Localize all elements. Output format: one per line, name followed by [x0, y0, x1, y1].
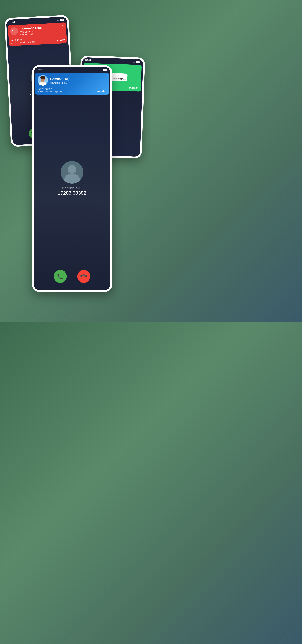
personal-number: 17283 38382: [38, 88, 62, 90]
personal-card: ✕: [35, 73, 109, 94]
shield-symbol: 🛡: [12, 29, 16, 34]
personal-location: New Delhi, India: [50, 82, 69, 84]
spam-card: 🛡 Insurance Scam 3568 Spam reports Mumba…: [8, 22, 67, 46]
spam-card-content: Insurance Scam 3568 Spam reports Mumbai,…: [19, 26, 44, 36]
answer-icon-phone3: 📞: [57, 274, 63, 280]
avatar-photo: [38, 75, 48, 86]
wifi-icon-p3: ▲: [100, 69, 102, 71]
wifi-icon: ▲: [57, 19, 59, 21]
person-head-phone3: [68, 165, 76, 174]
signal-icon: ▐▐▐: [59, 19, 62, 20]
time-phone1: 12:30: [9, 21, 15, 24]
phone-personal: 12:30 ▲ ▐▐▐ ▮ ✕: [32, 65, 112, 292]
time-phone3: 12:30: [36, 68, 42, 71]
truecaller-logo-spam: truecaller: [55, 38, 65, 42]
decline-icon-phone3: 📞: [79, 272, 88, 281]
phone-number-phone3: 17283 38382: [58, 190, 86, 196]
battery-icon: ▮: [63, 18, 64, 21]
close-button-spam[interactable]: ✕: [61, 24, 65, 28]
spam-shield-icon: 🛡: [10, 27, 18, 35]
svg-rect-5: [40, 78, 45, 78]
signal-icon-p3: ▐▐▐: [103, 69, 106, 70]
status-bar-phone3: 12:30 ▲ ▐▐▐ ▮: [34, 67, 110, 72]
signal-icon-p2: ▐▐▐: [136, 61, 139, 63]
time-phone2: 12:30: [85, 59, 91, 62]
caller-avatar-phone3: INCOMING CALL 17283 38382: [34, 96, 110, 265]
answer-button-phone3[interactable]: 📞: [54, 270, 67, 283]
svg-rect-6: [39, 83, 46, 86]
personal-avatar: [38, 75, 48, 86]
phones-scene: 12:30 ▲ ▐▐▐ ▮ 🛡 Insurance Scam: [8, 13, 143, 309]
action-buttons-phone3: 📞 📞: [34, 265, 110, 290]
truecaller-logo-business: truecaller: [129, 86, 139, 90]
personal-meta: Mobile · Last call 2 days ago: [38, 90, 62, 92]
person-body-phone3: [64, 174, 80, 184]
truecaller-logo-personal: truecaller: [97, 90, 107, 92]
decline-button-phone3[interactable]: 📞: [77, 270, 90, 283]
incoming-label-phone3: INCOMING CALL: [62, 187, 82, 189]
battery-icon-p2: ▮: [139, 61, 140, 63]
avatar-circle-phone3: [61, 161, 83, 184]
personal-name: Seema Raj: [50, 77, 69, 81]
close-button-business[interactable]: ✕: [137, 66, 140, 70]
personal-card-text: Seema Raj New Delhi, India: [50, 77, 69, 84]
wifi-icon-p2: ▲: [133, 61, 135, 63]
